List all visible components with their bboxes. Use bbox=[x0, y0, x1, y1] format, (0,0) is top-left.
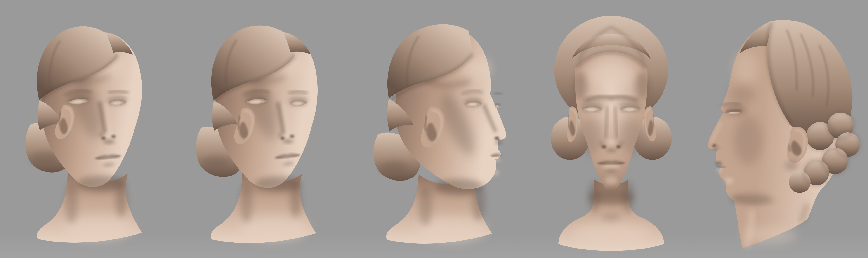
temple-shadow bbox=[728, 85, 755, 105]
render-canvas bbox=[0, 0, 868, 258]
cheek-shadow-left bbox=[579, 118, 604, 154]
bun-shading bbox=[202, 155, 229, 169]
lower-lip bbox=[494, 158, 501, 162]
chest-highlight bbox=[240, 216, 308, 241]
jaw-shadow bbox=[435, 179, 484, 194]
nostril-left bbox=[602, 145, 606, 149]
nostril-right bbox=[290, 135, 294, 138]
shoulder-highlight bbox=[742, 226, 796, 244]
neck-shadow-left bbox=[65, 183, 78, 224]
nose-tip-highlight bbox=[608, 139, 615, 144]
forehead-highlight bbox=[586, 61, 636, 88]
chin-highlight bbox=[490, 169, 499, 176]
chin-highlight bbox=[605, 177, 618, 185]
cheek-shadow-right bbox=[619, 118, 644, 154]
chin-highlight bbox=[724, 178, 733, 184]
nostril-left bbox=[281, 137, 285, 140]
nose-wing-shadow bbox=[278, 133, 282, 137]
neck-shadow-left bbox=[418, 186, 432, 226]
forehead-highlight bbox=[734, 52, 758, 84]
bun-shading bbox=[380, 160, 408, 174]
under-nose-shadow bbox=[283, 140, 293, 143]
chest-highlight bbox=[573, 222, 650, 245]
temple-shadow-left bbox=[574, 72, 587, 99]
temple-shadow-right bbox=[635, 72, 649, 99]
jaw-shadow bbox=[589, 189, 634, 205]
cheek-shadow bbox=[734, 115, 763, 165]
under-nose-shadow bbox=[103, 140, 115, 144]
neck-shadow-left bbox=[240, 183, 253, 223]
nostril bbox=[495, 137, 499, 140]
ear-cast-shadow bbox=[785, 161, 798, 170]
nostril-right bbox=[616, 145, 621, 149]
nose-wing-shadow bbox=[99, 132, 103, 137]
bun-shading bbox=[31, 151, 58, 165]
jaw-shadow bbox=[77, 176, 125, 191]
neck-pit-shadow bbox=[602, 214, 621, 223]
sculpt-turnaround-svg bbox=[0, 0, 868, 258]
jaw-shadow bbox=[255, 176, 301, 191]
under-nose-shadow bbox=[495, 141, 502, 144]
under-nose-shadow bbox=[606, 149, 617, 152]
nostril-left bbox=[101, 137, 105, 140]
lower-lip bbox=[717, 168, 722, 172]
eye-far-ball bbox=[495, 105, 500, 108]
nostril-right bbox=[111, 135, 116, 138]
under-jaw-shadow bbox=[731, 193, 771, 204]
